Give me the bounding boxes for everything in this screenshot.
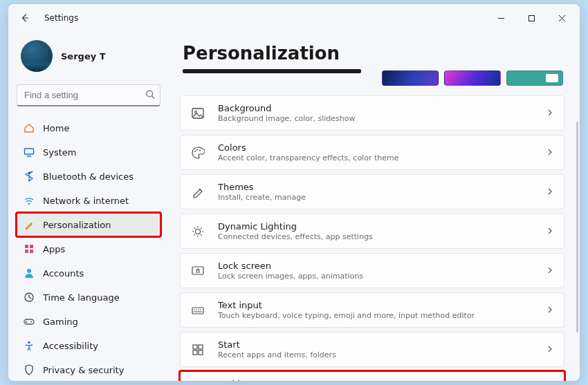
tile-title: Start (218, 339, 546, 350)
tile-themes[interactable]: ThemesInstall, create, manage (180, 174, 564, 209)
tile-subtitle: Touch keyboard, voice typing, emoji and … (218, 311, 546, 320)
settings-tiles: BackgroundBackground image, color, slide… (180, 95, 564, 381)
tile-title: Colors (218, 142, 546, 153)
sidebar-item-accounts[interactable]: Accounts (17, 261, 160, 285)
tile-text: Text inputTouch keyboard, voice typing, … (218, 300, 546, 320)
chevron-right-icon (546, 185, 554, 198)
svg-rect-23 (199, 345, 203, 349)
tile-colors[interactable]: ColorsAccent color, transparency effects… (180, 135, 564, 170)
main-panel: Personalization BackgroundBackground ima… (169, 32, 580, 381)
sidebar-item-label: Privacy & security (43, 365, 124, 375)
themes-icon (190, 185, 205, 200)
sidebar-item-label: Accounts (43, 268, 84, 279)
svg-point-14 (195, 111, 197, 113)
tile-title: Lock screen (218, 261, 546, 271)
theme-preview-row (180, 71, 564, 95)
sidebar-item-label: Network & internet (43, 196, 129, 206)
svg-point-12 (28, 341, 30, 344)
svg-rect-6 (25, 250, 28, 253)
gaming-icon (24, 316, 35, 327)
sidebar-item-personalization[interactable]: Personalization (17, 213, 160, 236)
scrollbar[interactable] (576, 122, 578, 332)
sidebar-item-bluetooth[interactable]: Bluetooth & devices (17, 165, 160, 188)
svg-rect-13 (192, 109, 203, 118)
sidebar-item-network[interactable]: Network & internet (17, 189, 160, 212)
tile-title: Text input (218, 300, 546, 310)
user-name: Sergey T (61, 51, 106, 62)
colors-icon (190, 145, 205, 160)
chevron-right-icon (546, 264, 554, 277)
svg-point-15 (194, 151, 196, 152)
theme-thumb[interactable] (382, 71, 439, 86)
svg-point-11 (30, 321, 32, 323)
tile-title: Themes (218, 182, 546, 192)
sidebar-item-home[interactable]: Home (17, 116, 160, 140)
sidebar: Sergey T HomeSystemBluetooth & devicesNe… (8, 32, 169, 381)
user-profile[interactable]: Sergey T (17, 36, 160, 82)
page-title: Personalization (183, 43, 564, 64)
tile-subtitle: Background image, color, slideshow (218, 114, 546, 123)
sidebar-item-label: Time & language (43, 292, 120, 303)
svg-rect-5 (30, 245, 33, 248)
back-button[interactable] (11, 4, 39, 32)
svg-rect-4 (25, 245, 28, 248)
sidebar-item-time[interactable]: Time & language (17, 285, 160, 309)
tile-text: TaskbarTaskbar behaviors, system pins (218, 379, 546, 381)
tile-text: BackgroundBackground image, color, slide… (218, 103, 546, 123)
svg-rect-20 (196, 270, 199, 272)
tile-subtitle: Lock screen images, apps, animations (218, 272, 546, 281)
sidebar-item-label: Bluetooth & devices (43, 171, 134, 182)
sidebar-item-label: Personalization (43, 220, 111, 230)
sidebar-item-apps[interactable]: Apps (17, 237, 160, 261)
time-icon (24, 292, 35, 303)
tile-text: ColorsAccent color, transparency effects… (218, 142, 546, 162)
background-icon (190, 106, 205, 121)
theme-thumb[interactable] (506, 71, 563, 86)
theme-thumb[interactable] (444, 71, 501, 86)
svg-rect-19 (192, 267, 203, 274)
tile-dynamic[interactable]: Dynamic LightingConnected devices, effec… (180, 214, 564, 249)
back-arrow-icon (20, 13, 30, 23)
chevron-right-icon (546, 225, 554, 238)
tile-text[interactable]: Text inputTouch keyboard, voice typing, … (180, 292, 564, 328)
svg-rect-0 (529, 15, 534, 21)
theme-thumbs (382, 71, 564, 86)
svg-point-17 (199, 149, 201, 151)
chevron-right-icon (546, 343, 554, 356)
home-icon (24, 122, 35, 133)
svg-rect-2 (25, 149, 34, 154)
search-icon (145, 89, 155, 102)
minimize-button[interactable] (486, 4, 516, 32)
sidebar-item-label: Home (43, 123, 69, 133)
svg-point-16 (196, 149, 198, 150)
svg-point-3 (28, 203, 30, 205)
tile-start[interactable]: StartRecent apps and items, folders (180, 332, 564, 367)
search-input[interactable] (17, 84, 160, 106)
svg-rect-7 (30, 250, 33, 253)
chevron-right-icon (546, 146, 554, 159)
svg-point-1 (147, 91, 153, 97)
sidebar-item-gaming[interactable]: Gaming (17, 310, 160, 333)
svg-rect-21 (192, 308, 203, 314)
bluetooth-icon (24, 171, 35, 182)
window-controls (486, 4, 577, 32)
sidebar-item-privacy[interactable]: Privacy & security (17, 358, 160, 381)
sidebar-item-label: Gaming (43, 317, 78, 327)
preview-bar (183, 69, 361, 73)
titlebar: Settings (8, 4, 580, 32)
accessibility-icon (24, 340, 35, 351)
tile-text: ThemesInstall, create, manage (218, 182, 546, 202)
tile-title: Background (218, 103, 546, 113)
tile-taskbar[interactable]: TaskbarTaskbar behaviors, system pins (180, 371, 564, 381)
chevron-right-icon (546, 303, 554, 317)
maximize-button[interactable] (516, 4, 546, 32)
network-icon (24, 195, 35, 206)
tile-lock[interactable]: Lock screenLock screen images, apps, ani… (180, 253, 564, 288)
sidebar-item-system[interactable]: System (17, 140, 160, 164)
apps-icon (24, 243, 35, 254)
tile-background[interactable]: BackgroundBackground image, color, slide… (180, 95, 564, 131)
chevron-right-icon (546, 106, 554, 120)
close-button[interactable] (546, 4, 577, 32)
sidebar-item-label: System (43, 147, 76, 158)
sidebar-item-accessibility[interactable]: Accessibility (17, 334, 160, 357)
